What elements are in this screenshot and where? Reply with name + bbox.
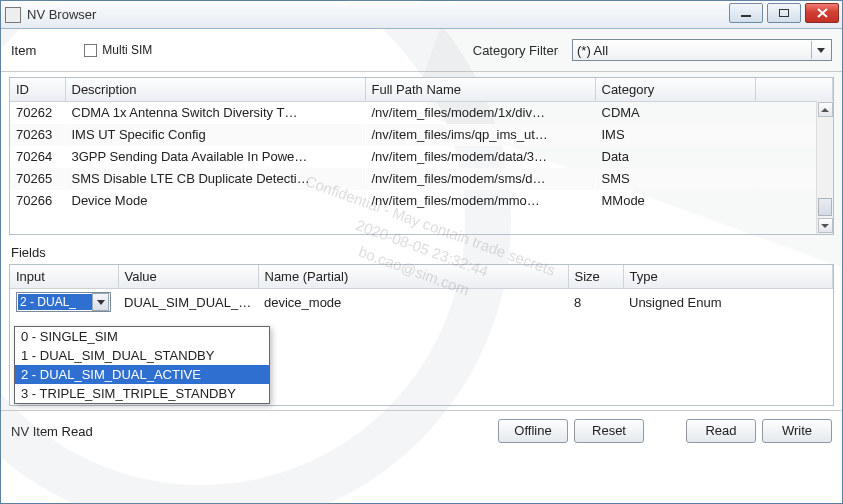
dropdown-option[interactable]: 0 - SINGLE_SIM [15, 327, 269, 346]
window-title: NV Browser [27, 7, 96, 22]
fields-header-row[interactable]: Input Value Name (Partial) Size Type [10, 265, 833, 289]
dropdown-option[interactable]: 1 - DUAL_SIM_DUAL_STANDBY [15, 346, 269, 365]
dropdown-option[interactable]: 2 - DUAL_SIM_DUAL_ACTIVE [15, 365, 269, 384]
table-row[interactable]: 702643GPP Sending Data Available In Powe… [10, 146, 833, 168]
cell-path: /nv/item_files/modem/1x/div… [365, 102, 595, 124]
status-text: NV Item Read [11, 424, 93, 439]
col-name[interactable]: Name (Partial) [258, 265, 568, 289]
chevron-down-icon [821, 224, 829, 228]
cell-path: /nv/item_files/modem/sms/d… [365, 168, 595, 190]
value-cell: DUAL_SIM_DUAL_… [118, 289, 258, 316]
col-input[interactable]: Input [10, 265, 118, 289]
fields-row[interactable]: 2 - DUAL_ DUAL_SIM_DUAL_… device_mode 8 … [10, 289, 833, 316]
category-filter-combo[interactable]: (*) All [572, 39, 832, 61]
col-value[interactable]: Value [118, 265, 258, 289]
col-type[interactable]: Type [623, 265, 833, 289]
cell-path: /nv/item_files/modem/mmo… [365, 190, 595, 212]
cell-path: /nv/item_files/ims/qp_ims_ut… [365, 124, 595, 146]
offline-button[interactable]: Offline [498, 419, 568, 443]
scroll-up-button[interactable] [818, 102, 833, 117]
app-icon [5, 7, 21, 23]
bottom-bar: NV Item Read Offline Reset Read Write [1, 410, 842, 451]
input-selected-text: 2 - DUAL_ [18, 294, 92, 310]
items-grid-wrap: ID Description Full Path Name Category 7… [9, 77, 834, 235]
reset-button[interactable]: Reset [574, 419, 644, 443]
col-category[interactable]: Category [595, 78, 755, 102]
window: NV Browser Item Multi SIM Category Filte… [0, 0, 843, 504]
scroll-down-button[interactable] [818, 218, 833, 233]
multisim-checkbox[interactable] [84, 44, 97, 57]
grid-header-row[interactable]: ID Description Full Path Name Category [10, 78, 833, 102]
size-cell: 8 [568, 289, 623, 316]
item-label: Item [11, 43, 36, 58]
scroll-thumb[interactable] [818, 198, 832, 216]
name-cell: device_mode [258, 289, 568, 316]
table-row[interactable]: 70265SMS Disable LTE CB Duplicate Detect… [10, 168, 833, 190]
input-dropdown-button[interactable] [92, 293, 109, 311]
chevron-down-icon [817, 48, 825, 53]
cell-path: /nv/item_files/modem/data/3… [365, 146, 595, 168]
cell-id: 70262 [10, 102, 65, 124]
col-spacer [755, 78, 833, 102]
cell-desc: SMS Disable LTE CB Duplicate Detecti… [65, 168, 365, 190]
col-size[interactable]: Size [568, 265, 623, 289]
cell-id: 70265 [10, 168, 65, 190]
cell-id: 70264 [10, 146, 65, 168]
cell-desc: Device Mode [65, 190, 365, 212]
chevron-down-icon [97, 300, 105, 305]
cell-desc: CDMA 1x Antenna Switch Diversity T… [65, 102, 365, 124]
minimize-button[interactable] [729, 3, 763, 23]
category-filter-value: (*) All [577, 43, 608, 58]
cell-desc: 3GPP Sending Data Available In Powe… [65, 146, 365, 168]
window-controls [729, 3, 839, 23]
chevron-up-icon [821, 108, 829, 112]
input-combo[interactable]: 2 - DUAL_ [16, 292, 111, 312]
maximize-button[interactable] [767, 3, 801, 23]
write-button[interactable]: Write [762, 419, 832, 443]
type-cell: Unsigned Enum [623, 289, 833, 316]
combo-arrow[interactable] [811, 41, 829, 59]
input-dropdown-popup[interactable]: 0 - SINGLE_SIM1 - DUAL_SIM_DUAL_STANDBY2… [14, 326, 270, 404]
table-row[interactable]: 70266Device Mode/nv/item_files/modem/mmo… [10, 190, 833, 212]
table-row[interactable]: 70262CDMA 1x Antenna Switch Diversity T…… [10, 102, 833, 124]
cell-id: 70263 [10, 124, 65, 146]
multisim-checkbox-wrap[interactable]: Multi SIM [84, 43, 152, 57]
top-filter-row: Item Multi SIM Category Filter (*) All [1, 29, 842, 72]
close-button[interactable] [805, 3, 839, 23]
col-fullpath[interactable]: Full Path Name [365, 78, 595, 102]
read-button[interactable]: Read [686, 419, 756, 443]
col-id[interactable]: ID [10, 78, 65, 102]
cell-desc: IMS UT Specific Config [65, 124, 365, 146]
cell-id: 70266 [10, 190, 65, 212]
input-cell[interactable]: 2 - DUAL_ [10, 289, 118, 316]
cell-cat: IMS [595, 124, 755, 146]
col-description[interactable]: Description [65, 78, 365, 102]
cell-cat: CDMA [595, 102, 755, 124]
fields-grid[interactable]: Input Value Name (Partial) Size Type 2 -… [10, 265, 833, 315]
grid-scrollbar[interactable] [816, 101, 833, 234]
maximize-icon [779, 9, 789, 17]
cell-cat: MMode [595, 190, 755, 212]
fields-section-label: Fields [11, 245, 832, 260]
table-row[interactable]: 70263IMS UT Specific Config/nv/item_file… [10, 124, 833, 146]
dropdown-option[interactable]: 3 - TRIPLE_SIM_TRIPLE_STANDBY [15, 384, 269, 403]
items-grid[interactable]: ID Description Full Path Name Category 7… [10, 78, 833, 212]
titlebar[interactable]: NV Browser [1, 1, 842, 29]
multisim-label: Multi SIM [102, 43, 152, 57]
close-icon [817, 8, 828, 18]
category-filter-label: Category Filter [473, 43, 558, 58]
cell-cat: Data [595, 146, 755, 168]
cell-cat: SMS [595, 168, 755, 190]
minimize-icon [741, 15, 751, 17]
